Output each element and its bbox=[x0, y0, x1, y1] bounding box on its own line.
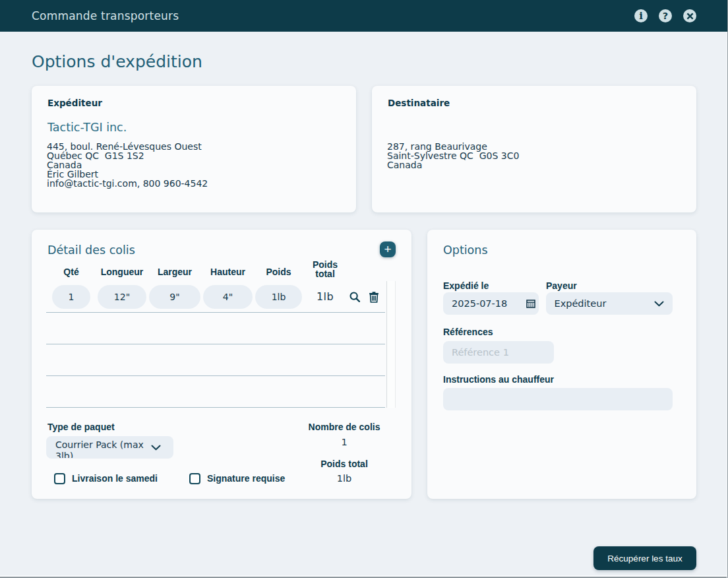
package-type-label: Type de paquet bbox=[47, 422, 115, 432]
search-package-button[interactable] bbox=[349, 291, 361, 303]
package-type-value: Courrier Pack (max 3lb) bbox=[55, 439, 152, 459]
packages-totals: Nombre de colis 1 Poids total 1lb bbox=[291, 422, 397, 484]
driver-instructions-label: Instructions au chauffeur bbox=[443, 374, 554, 385]
packages-rows: 1lb bbox=[46, 281, 386, 408]
saturday-delivery-option: Livraison le samedi bbox=[54, 473, 158, 484]
package-type-select[interactable]: Courrier Pack (max 3lb) bbox=[46, 436, 173, 459]
saturday-delivery-label: Livraison le samedi bbox=[72, 473, 158, 484]
column-header-height: Hauteur bbox=[202, 267, 254, 278]
help-icon[interactable]: ? bbox=[659, 9, 672, 22]
packages-table-header: Qté Longueur Largeur Hauteur Poids Poids… bbox=[46, 252, 385, 278]
width-input[interactable] bbox=[149, 285, 200, 309]
packages-card: Détail des colis + Qté Longueur Largeur … bbox=[32, 230, 411, 499]
chevron-down-icon bbox=[151, 445, 161, 451]
chevron-down-icon bbox=[654, 301, 664, 307]
ship-date-label: Expédié le bbox=[443, 280, 489, 291]
payer-value: Expéditeur bbox=[555, 292, 607, 315]
window-title: Commande transporteurs bbox=[32, 9, 179, 22]
column-header-length: Longueur bbox=[96, 267, 148, 278]
recipient-label: Destinataire bbox=[388, 98, 450, 108]
close-x-icon bbox=[686, 13, 694, 20]
row-total-weight: 1lb bbox=[317, 290, 334, 303]
package-row-empty bbox=[46, 313, 385, 344]
references-input[interactable] bbox=[443, 341, 554, 364]
payer-label: Payeur bbox=[546, 280, 577, 291]
packages-scrollbar[interactable] bbox=[386, 281, 396, 408]
length-input[interactable] bbox=[98, 285, 146, 309]
search-icon bbox=[349, 291, 361, 303]
sender-card: Expéditeur Tactic-TGI inc. 445, boul. Re… bbox=[32, 86, 356, 212]
calendar-icon[interactable] bbox=[526, 299, 535, 308]
height-input[interactable] bbox=[203, 285, 253, 309]
sender-company: Tactic-TGI inc. bbox=[47, 119, 127, 135]
sender-label: Expéditeur bbox=[47, 98, 102, 108]
signature-required-checkbox[interactable] bbox=[189, 473, 200, 484]
package-row: 1lb bbox=[46, 281, 385, 313]
driver-instructions-input[interactable] bbox=[443, 388, 673, 410]
options-title: Options bbox=[443, 241, 488, 259]
get-rates-button[interactable]: Récupérer les taux bbox=[593, 546, 696, 570]
package-row-empty bbox=[46, 344, 385, 376]
package-count-value: 1 bbox=[291, 436, 397, 448]
total-weight-label: Poids total bbox=[291, 459, 397, 469]
page-title: Options d'expédition bbox=[32, 51, 202, 73]
package-count-label: Nombre de colis bbox=[291, 422, 397, 432]
sender-address: 445, boul. René-Lévesques Ouest Québec Q… bbox=[47, 142, 208, 189]
info-icon[interactable]: i bbox=[634, 9, 648, 22]
saturday-delivery-checkbox[interactable] bbox=[54, 473, 65, 484]
weight-input[interactable] bbox=[255, 285, 302, 309]
payer-select[interactable]: Expéditeur bbox=[546, 292, 673, 315]
ship-date-input[interactable] bbox=[443, 292, 539, 315]
delete-package-button[interactable] bbox=[369, 291, 379, 303]
options-card: Options Expédié le Payeur Expéditeur Réf… bbox=[427, 230, 696, 499]
titlebar: Commande transporteurs i ? bbox=[0, 0, 728, 32]
close-icon[interactable] bbox=[683, 9, 696, 22]
column-header-width: Largeur bbox=[148, 267, 202, 278]
references-label: Références bbox=[443, 327, 493, 337]
recipient-address: 287, rang Beaurivage Saint-Sylvestre QC … bbox=[387, 142, 519, 170]
trash-icon bbox=[369, 291, 379, 303]
column-header-weight: Poids bbox=[254, 267, 303, 278]
packages-table-body: 1lb bbox=[46, 281, 396, 408]
plus-icon: + bbox=[384, 243, 391, 255]
column-header-total-weight: Poids total bbox=[303, 260, 347, 280]
titlebar-icons: i ? bbox=[634, 9, 696, 22]
signature-required-label: Signature requise bbox=[207, 473, 285, 484]
column-header-qty: Qté bbox=[46, 267, 96, 278]
package-row-empty bbox=[46, 376, 385, 408]
signature-required-option: Signature requise bbox=[189, 473, 285, 484]
recipient-card: Destinataire 287, rang Beaurivage Saint-… bbox=[372, 86, 696, 212]
qty-input[interactable] bbox=[52, 285, 90, 309]
total-weight-value: 1lb bbox=[291, 472, 397, 484]
